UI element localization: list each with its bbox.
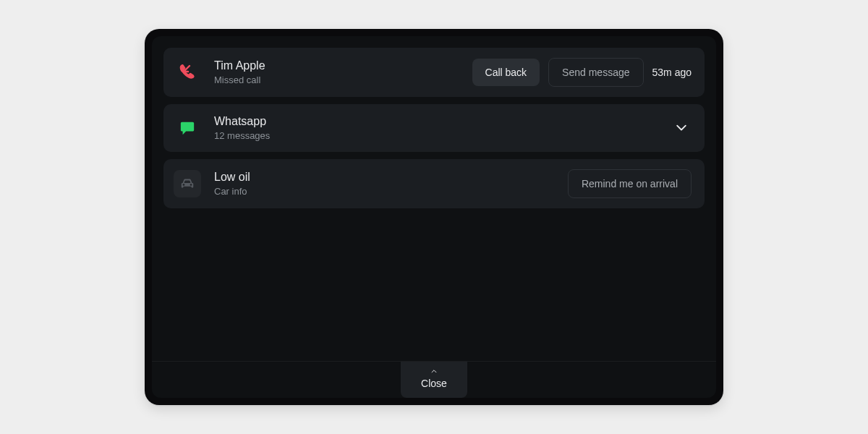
notification-subtitle: Car info xyxy=(214,186,301,197)
remind-on-arrival-button[interactable]: Remind me on arrival xyxy=(568,169,692,198)
notification-subtitle: 12 messages xyxy=(214,130,301,142)
chevron-up-icon xyxy=(429,367,439,375)
send-message-button[interactable]: Send message xyxy=(548,58,643,87)
car-icon xyxy=(174,170,201,197)
close-button[interactable]: Close xyxy=(401,362,467,398)
notification-subtitle: Missed call xyxy=(214,75,301,86)
notification-missed-call: Tim Apple Missed call Call back Send mes… xyxy=(163,48,705,97)
notification-center: Tim Apple Missed call Call back Send mes… xyxy=(152,36,716,398)
device-frame: Tim Apple Missed call Call back Send mes… xyxy=(145,29,723,405)
notification-whatsapp[interactable]: Whatsapp 12 messages xyxy=(163,104,705,152)
whatsapp-icon xyxy=(174,114,201,142)
bottom-bar: Close xyxy=(152,361,716,398)
call-back-button[interactable]: Call back xyxy=(472,59,540,86)
notification-text: Whatsapp 12 messages xyxy=(214,114,301,142)
notification-low-oil: Low oil Car info Remind me on arrival xyxy=(163,159,705,208)
notification-actions: Remind me on arrival xyxy=(568,169,692,198)
notification-title: Whatsapp xyxy=(214,114,301,129)
chevron-down-icon[interactable] xyxy=(671,118,692,138)
notification-title: Low oil xyxy=(214,170,301,184)
close-label: Close xyxy=(421,378,447,389)
notification-text: Tim Apple Missed call xyxy=(214,59,301,86)
stage: Tim Apple Missed call Call back Send mes… xyxy=(0,0,868,434)
divider xyxy=(152,361,716,362)
timestamp: 53m ago xyxy=(652,67,692,78)
notification-title: Tim Apple xyxy=(214,59,301,73)
notification-actions: Call back Send message 53m ago xyxy=(472,58,692,87)
notification-text: Low oil Car info xyxy=(214,170,301,197)
missed-call-icon xyxy=(174,59,201,86)
